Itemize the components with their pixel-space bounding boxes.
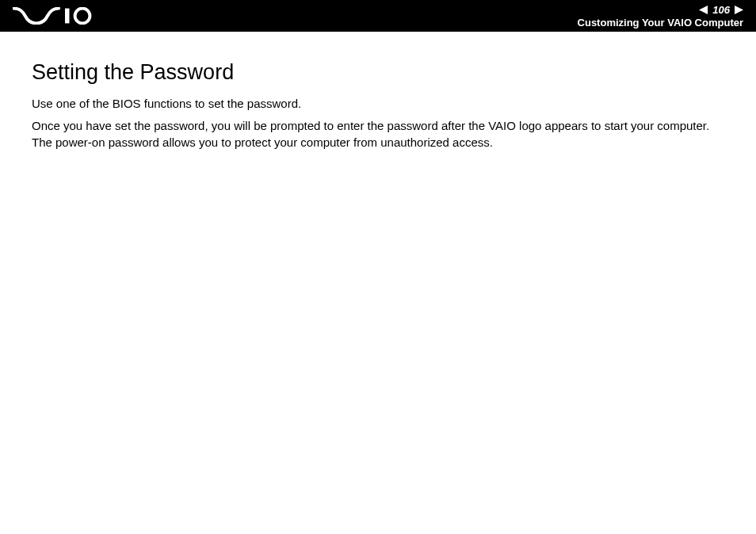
svg-marker-2 bbox=[699, 6, 708, 14]
breadcrumb: Customizing Your VAIO Computer bbox=[578, 17, 743, 29]
page-header: 106 Customizing Your VAIO Computer bbox=[0, 0, 756, 32]
header-right: 106 Customizing Your VAIO Computer bbox=[578, 4, 743, 29]
svg-marker-3 bbox=[735, 6, 743, 14]
prev-page-arrow-icon[interactable] bbox=[699, 6, 708, 14]
svg-point-1 bbox=[75, 9, 90, 24]
page-nav: 106 bbox=[699, 4, 743, 16]
body-paragraph-2: Once you have set the password, you will… bbox=[32, 118, 724, 151]
body-paragraph-1: Use one of the BIOS functions to set the… bbox=[32, 96, 724, 112]
vaio-logo bbox=[13, 7, 100, 25]
page-number: 106 bbox=[712, 4, 730, 16]
next-page-arrow-icon[interactable] bbox=[735, 6, 743, 14]
page-title: Setting the Password bbox=[32, 60, 724, 85]
page-content: Setting the Password Use one of the BIOS… bbox=[0, 32, 756, 151]
svg-rect-0 bbox=[65, 9, 70, 24]
